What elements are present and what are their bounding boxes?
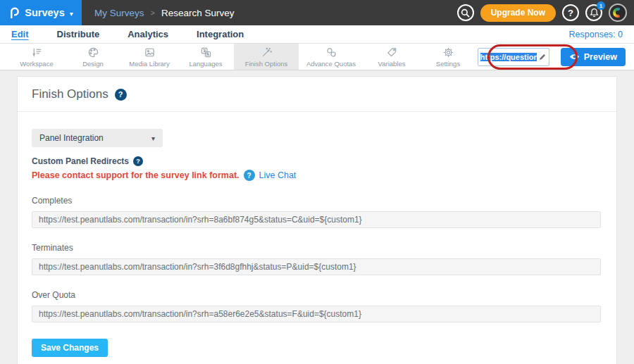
toolbar-right: https://questionpro.com/t/A Preview	[478, 44, 634, 70]
page-title: Finish Options	[32, 87, 108, 101]
panel-integration-dropdown-value: Panel Integration	[39, 133, 104, 143]
live-chat-link[interactable]: Live Chat	[259, 170, 297, 180]
support-notice-row: Please contact support for the survey li…	[32, 170, 602, 181]
preview-button[interactable]: Preview	[561, 48, 626, 66]
custom-redirects-row: Custom Panel Redirects ?	[32, 156, 602, 166]
tab-analytics[interactable]: Analytics	[128, 29, 168, 39]
tab-distribute[interactable]: Distribute	[57, 29, 100, 39]
search-button[interactable]	[457, 4, 474, 21]
chevron-down-icon: ▾	[151, 134, 155, 142]
tab-integration[interactable]: Integration	[197, 29, 244, 39]
over-quota-label: Over Quota	[32, 290, 602, 300]
toolbar-workspace-label: Workspace	[20, 60, 53, 68]
finish-options-help-icon[interactable]: ?	[115, 89, 127, 101]
user-avatar[interactable]	[609, 4, 627, 22]
toolbar-advance-quotas[interactable]: Advance Quotas	[299, 44, 363, 70]
responses-count[interactable]: Responses: 0	[569, 30, 623, 39]
edit-url-pencil-icon[interactable]	[538, 53, 547, 61]
top-header: Surveys ▾ My Surveys > Research Survey U…	[0, 0, 634, 25]
design-palette-icon	[87, 46, 99, 58]
preview-button-label: Preview	[584, 52, 617, 62]
bell-icon	[590, 8, 599, 18]
search-icon	[461, 8, 470, 18]
custom-redirects-label: Custom Panel Redirects	[32, 156, 129, 166]
terminates-label: Terminates	[32, 243, 602, 253]
notification-badge: 1	[597, 1, 605, 10]
variables-tag-icon	[386, 46, 398, 58]
panel-title-row: Finish Options ?	[18, 77, 616, 112]
toolbar-settings[interactable]: Settings	[420, 44, 476, 70]
header-actions: Upgrade Now ? 1	[457, 4, 634, 22]
settings-gear-icon	[442, 46, 454, 58]
over-quota-url-input[interactable]: https://test.peanutlabs.com/transaction/…	[32, 306, 601, 322]
live-chat-help-icon[interactable]: ?	[244, 170, 255, 181]
toolbar-media-library[interactable]: Media Library	[121, 44, 178, 70]
toolbar-variables-label: Variables	[378, 60, 406, 68]
save-changes-button[interactable]: Save Changes	[32, 339, 108, 357]
toolbar-settings-label: Settings	[436, 60, 460, 68]
completes-url-input[interactable]: https://test.peanutlabs.com/transaction/…	[32, 211, 601, 228]
finish-options-panel: Finish Options ? Panel Integration ▾ Cus…	[17, 76, 617, 364]
survey-url-selected-text: https://questionpro.com/t/A	[480, 53, 537, 61]
terminates-url-input[interactable]: https://test.peanutlabs.com/transaction/…	[32, 258, 601, 275]
finish-options-wand-icon	[261, 46, 273, 58]
help-button[interactable]: ?	[562, 4, 579, 21]
breadcrumb-survey-name: Research Survey	[161, 8, 235, 18]
toolbar-variables[interactable]: Variables	[363, 44, 420, 70]
toolbar-finish-options[interactable]: Finish Options	[234, 44, 299, 70]
toolbar-design-label: Design	[82, 60, 104, 68]
chevron-down-icon: ▾	[70, 10, 73, 18]
toolbar-finish-options-label: Finish Options	[245, 60, 288, 68]
languages-icon	[200, 46, 212, 58]
toolbar-media-library-label: Media Library	[129, 60, 170, 68]
edit-toolbar: Workspace Design Media Library Languages	[0, 44, 634, 70]
survey-url-input[interactable]: https://questionpro.com/t/A	[478, 48, 549, 66]
breadcrumb: My Surveys > Research Survey	[94, 8, 235, 18]
toolbar-design[interactable]: Design	[65, 44, 121, 70]
media-library-icon	[144, 46, 156, 58]
panel-integration-dropdown[interactable]: Panel Integration ▾	[32, 129, 163, 147]
questionpro-logo-icon	[8, 6, 20, 19]
upgrade-now-button[interactable]: Upgrade Now	[480, 4, 556, 22]
advance-quotas-link-icon	[325, 46, 337, 58]
product-switcher[interactable]: Surveys ▾	[0, 0, 82, 25]
eye-icon	[569, 53, 580, 61]
toolbar-languages-label: Languages	[189, 60, 222, 68]
panel-body: Panel Integration ▾ Custom Panel Redirec…	[18, 112, 616, 364]
breadcrumb-separator: >	[151, 8, 155, 17]
workspace-icon	[31, 46, 43, 58]
support-notice-text: Please contact support for the survey li…	[32, 170, 240, 180]
breadcrumb-my-surveys[interactable]: My Surveys	[94, 8, 144, 18]
toolbar-advance-quotas-label: Advance Quotas	[306, 60, 356, 68]
product-name: Surveys	[25, 7, 64, 18]
toolbar-workspace[interactable]: Workspace	[8, 44, 65, 70]
notifications-button[interactable]: 1	[585, 4, 602, 21]
completes-label: Completes	[32, 196, 602, 206]
tab-edit[interactable]: Edit	[11, 29, 29, 39]
custom-redirects-help-icon[interactable]: ?	[133, 156, 143, 166]
toolbar-languages[interactable]: Languages	[178, 44, 234, 70]
survey-nav: Edit Distribute Analytics Integration Re…	[0, 25, 634, 44]
